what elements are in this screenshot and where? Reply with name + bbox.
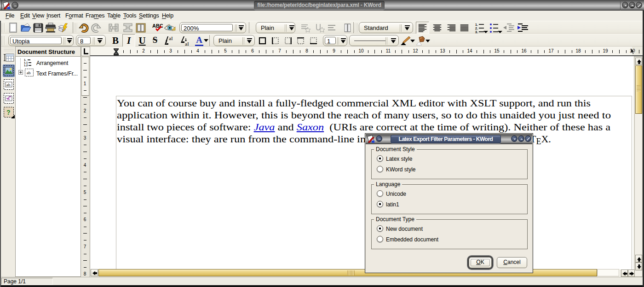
svg-text:?: ? [6, 109, 11, 116]
svg-text:ab: ab [6, 82, 11, 87]
svg-text:2.: 2. [475, 27, 478, 30]
svg-text:ab: ab [27, 70, 31, 75]
svg-text:1.: 1. [475, 23, 478, 26]
svg-text:aI: aI [169, 35, 173, 41]
svg-text:1.2: 1.2 [24, 64, 28, 66]
svg-text:3.: 3. [475, 30, 478, 33]
svg-text:aI: aI [185, 41, 189, 46]
svg-text:ABC: ABC [152, 23, 163, 29]
